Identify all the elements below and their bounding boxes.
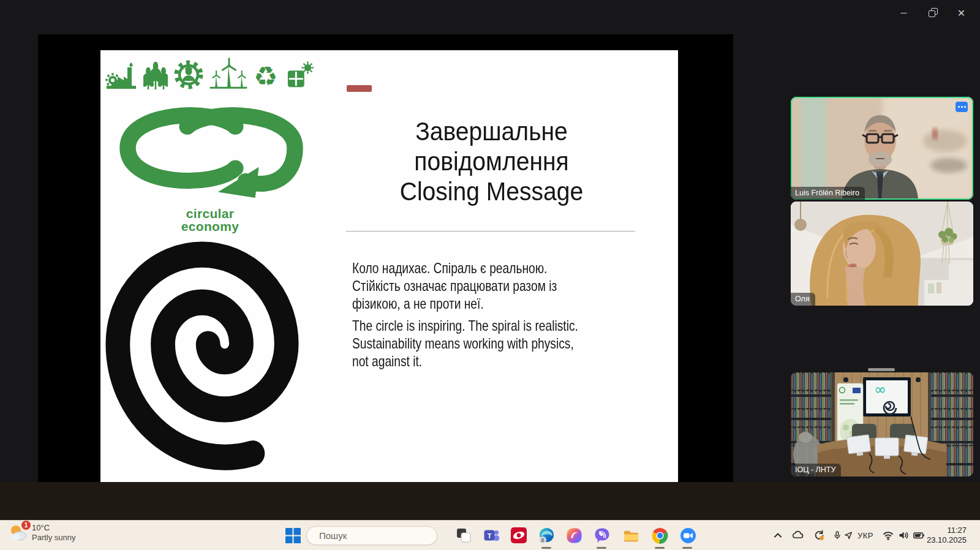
- viber-icon[interactable]: [594, 527, 611, 544]
- running-indicator-zoom: [682, 547, 692, 549]
- window-bottom-strip: [0, 482, 980, 520]
- taskbar-search[interactable]: [306, 526, 437, 545]
- slide-accent-dash: [347, 85, 372, 92]
- svg-text:T: T: [487, 532, 491, 539]
- teams-icon[interactable]: T: [483, 527, 500, 544]
- microphone-in-use-icon[interactable]: [832, 530, 842, 543]
- keyboard-language[interactable]: УКР: [858, 531, 873, 540]
- volume-icon[interactable]: [897, 529, 910, 544]
- onedrive-icon[interactable]: [792, 529, 804, 544]
- tray-date: 23.10.2025: [927, 535, 967, 545]
- presentation-slide: ♻: [100, 50, 678, 482]
- industry-worker-icon: [174, 60, 203, 89]
- running-indicator-edge: [541, 547, 551, 549]
- video-frame-olya: [791, 202, 973, 306]
- window-titlebar: ─ ✕: [0, 0, 980, 34]
- svg-text:∞: ∞: [874, 381, 886, 398]
- window-controls: ─ ✕: [889, 0, 976, 26]
- search-input[interactable]: [319, 530, 441, 541]
- sustainability-icon-row: ♻: [105, 58, 314, 89]
- participant-name: Оля: [791, 293, 815, 306]
- video-frame-luis: [791, 97, 973, 200]
- file-explorer-icon[interactable]: [622, 527, 639, 544]
- video-frame-room: ∞: [791, 372, 973, 477]
- weather-icon: 1: [9, 523, 28, 543]
- clock[interactable]: 11:27 23.10.2025: [927, 526, 967, 545]
- restore-icon[interactable]: [918, 0, 947, 26]
- wind-energy-icon: [209, 58, 247, 89]
- participant-video-luis[interactable]: Luis Frölén Ribeiro: [791, 97, 973, 200]
- task-view-icon[interactable]: [455, 527, 472, 544]
- sync-update-icon[interactable]: [813, 529, 825, 544]
- panel-drag-handle[interactable]: [868, 368, 895, 371]
- weather-temperature: 10°C: [32, 523, 76, 533]
- svg-text:♻: ♻: [254, 61, 277, 89]
- hidden-icons-chevron-icon[interactable]: [772, 529, 784, 544]
- windows-taskbar: 1 10°C Partly sunny: [0, 520, 980, 550]
- participant-name: ІОЦ - ЛНТУ: [791, 464, 841, 477]
- chrome-icon[interactable]: [651, 527, 668, 544]
- tray-time: 11:27: [927, 526, 967, 535]
- participant-name: Luis Frölén Ribeiro: [791, 187, 865, 200]
- location-in-use-icon[interactable]: [843, 530, 853, 543]
- weather-widget[interactable]: 1 10°C Partly sunny: [9, 523, 76, 543]
- slide-body-text: Коло надихає. Спіраль є реальною. Стійкі…: [352, 259, 635, 370]
- tile-more-options-icon[interactable]: [956, 102, 968, 112]
- crops-icon: [143, 61, 168, 89]
- battery-icon[interactable]: [913, 529, 925, 544]
- shared-screen: ♻: [38, 34, 733, 482]
- slide-divider: [346, 231, 635, 232]
- recycling-icon: ♻: [254, 61, 281, 89]
- weather-condition: Partly sunny: [32, 533, 76, 543]
- slide-title: Завершальне повідомлення Closing Message: [356, 116, 627, 206]
- red-eye-app-icon[interactable]: [510, 527, 527, 544]
- zoom-meeting-window: ─ ✕: [0, 0, 980, 550]
- circular-economy-logo: [112, 102, 311, 200]
- close-icon[interactable]: ✕: [947, 0, 976, 26]
- solar-energy-icon: [287, 61, 314, 89]
- edge-icon[interactable]: [538, 527, 555, 544]
- copilot-icon[interactable]: [565, 527, 582, 544]
- factory-icon: [105, 61, 137, 89]
- running-indicator-viber: [597, 547, 606, 549]
- participant-video-olya[interactable]: Оля: [791, 202, 973, 306]
- spiral-graphic: [105, 241, 299, 470]
- participant-video-room[interactable]: ∞ ІОЦ - ЛНТ: [791, 372, 973, 477]
- zoom-app-icon[interactable]: [679, 527, 696, 544]
- minimize-icon[interactable]: ─: [889, 0, 918, 26]
- running-indicator-chrome: [655, 547, 665, 549]
- wifi-icon[interactable]: [882, 529, 894, 544]
- start-button[interactable]: [284, 527, 301, 544]
- circular-economy-wordmark: circular economy: [149, 207, 271, 233]
- notification-badge: 1: [21, 521, 31, 530]
